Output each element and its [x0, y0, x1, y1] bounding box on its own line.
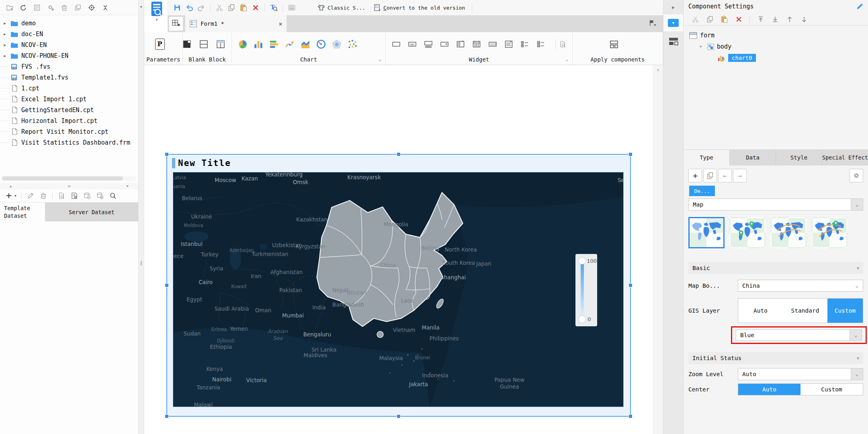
preview-widget-icon[interactable] [559, 41, 566, 48]
convert-old-version-button[interactable]: Convert to the old version [373, 4, 465, 12]
db-run-icon[interactable] [83, 192, 91, 200]
form-canvas[interactable]: ∧ New Title [144, 65, 663, 434]
chart-type-select[interactable]: Map ⌄ [688, 199, 863, 211]
splitter-up-icon[interactable]: ▲ [10, 184, 12, 188]
series-tab-default[interactable]: De... [689, 186, 715, 196]
move-bottom-icon[interactable] [771, 15, 779, 23]
expand-arrow-icon[interactable]: ▶ [0, 21, 10, 25]
tree-node-form[interactable]: form [689, 30, 862, 41]
dataset-tab-0[interactable]: Template Dataset [0, 203, 45, 221]
resize-handle-e[interactable] [629, 284, 632, 287]
image-button[interactable] [286, 2, 298, 13]
resize-handle-s[interactable] [397, 415, 400, 418]
resize-handle-nw[interactable] [165, 153, 168, 156]
tree-item[interactable]: ▶doc-EN [0, 29, 138, 39]
hbar-chart-icon[interactable] [269, 39, 279, 49]
textarea-widget-icon[interactable] [424, 39, 433, 49]
horizontal-scrollbar[interactable] [2, 176, 136, 181]
new-folder-icon[interactable] [6, 4, 13, 11]
save-button[interactable] [171, 2, 183, 13]
dataset-tab-1[interactable]: Server Dataset [45, 203, 138, 221]
section-initial-status[interactable]: Initial Status ▼ [688, 352, 863, 364]
move-right-button[interactable]: → [733, 169, 747, 182]
combocheck-widget-icon[interactable] [456, 39, 465, 49]
copy-icon[interactable] [706, 15, 714, 23]
settings-icon[interactable] [47, 4, 54, 11]
paste-button[interactable] [237, 2, 250, 13]
section-basic[interactable]: Basic ▼ [688, 262, 863, 274]
radar-chart-icon[interactable] [332, 39, 342, 49]
add-dataset-icon[interactable] [5, 192, 13, 200]
gis-custom-layer-select[interactable]: Blue ⌄ [736, 330, 862, 341]
tree-item[interactable]: Visit Statistics Dashboard.frm [0, 137, 138, 148]
flow-map-thumbnail[interactable] [770, 217, 807, 248]
format-painter-button[interactable]: T [268, 2, 280, 13]
edit-icon[interactable] [27, 192, 35, 200]
search-icon[interactable] [109, 192, 117, 200]
scatter-chart-icon[interactable] [285, 39, 295, 49]
tree-item[interactable]: 1.cpt [0, 83, 138, 94]
gis-option-custom[interactable]: Custom [827, 299, 863, 323]
tree-item[interactable]: FVS .fvs [0, 61, 138, 72]
gis-option-auto[interactable]: Auto [738, 299, 783, 323]
legend-lower-handle[interactable] [579, 316, 585, 323]
chevron-down-icon[interactable]: ▼ [14, 194, 16, 198]
add-series-button[interactable]: + [688, 169, 702, 182]
copy-button[interactable] [225, 2, 237, 13]
tree-node-chart0[interactable]: chart0 [689, 52, 862, 63]
splitter-down-icon[interactable]: ▼ [127, 184, 129, 188]
close-tab-icon[interactable]: × [278, 20, 283, 28]
tree-node-body[interactable]: ▼body [689, 41, 862, 52]
resize-handle-ne[interactable] [629, 153, 632, 156]
move-up-icon[interactable] [786, 15, 793, 23]
expand-arrow-icon[interactable]: ▶ [0, 54, 10, 58]
apply-components-icon[interactable] [609, 39, 619, 49]
resize-handle-n[interactable] [397, 153, 400, 156]
point-map-chart-icon[interactable] [347, 39, 358, 49]
move-left-button[interactable]: ← [718, 169, 732, 182]
tab-list-dropdown-icon[interactable] [649, 19, 657, 27]
undo-button[interactable] [183, 2, 195, 13]
collapse-left-panel-icon[interactable]: ◀ [140, 5, 142, 8]
blank-block-absolute-icon[interactable] [182, 39, 192, 49]
tree-item[interactable]: ▶NCOV-EN [0, 39, 138, 50]
db-stop-icon[interactable] [96, 192, 104, 200]
tree-item[interactable]: Excel Import 1.cpt [0, 94, 138, 104]
collapse-arrow-icon[interactable]: ▼ [700, 45, 704, 49]
date-widget-icon[interactable] [472, 39, 481, 49]
refresh-icon[interactable] [19, 4, 27, 11]
blank-block-title-icon[interactable] [216, 39, 225, 49]
panel-resize-divider[interactable]: ◀ ∥ [139, 0, 144, 434]
splitter-grip-icon[interactable]: = [68, 183, 70, 189]
move-down-icon[interactable] [800, 15, 808, 23]
map-boundary-select[interactable]: China ⌄ [738, 280, 863, 292]
combination-map-thumbnail[interactable] [811, 217, 848, 248]
panel-splitter[interactable]: ▲ = ▼ [0, 183, 138, 189]
tab-form1[interactable]: Form1 * × [185, 15, 287, 32]
region-map-thumbnail[interactable] [688, 217, 725, 248]
map-chart[interactable]: LatviahuaniaMoscowKazanYekaterinburgOmsk… [173, 172, 624, 407]
tree-item[interactable]: ▶NCOV-PHONE-EN [0, 50, 138, 61]
divider-grip-icon[interactable]: ∥ [140, 260, 143, 266]
redo-button[interactable] [195, 2, 207, 13]
cut-button[interactable] [213, 2, 225, 13]
tree-item[interactable]: Template1.fvs [0, 72, 138, 83]
tree-item[interactable]: ▶demo [0, 18, 138, 29]
resize-handle-sw[interactable] [165, 415, 168, 418]
chevron-down-icon[interactable]: ⌄ [565, 57, 568, 62]
tree-item[interactable]: GettingStartedEN.cpt [0, 104, 138, 115]
checkbox-widget-icon[interactable] [536, 39, 546, 49]
resize-handle-w[interactable] [165, 284, 168, 287]
new-template-button[interactable] [169, 17, 183, 31]
cut-icon[interactable] [692, 15, 699, 23]
gauge-chart-icon[interactable] [316, 39, 326, 49]
map-legend[interactable]: 100 0 [575, 254, 597, 326]
number-widget-icon[interactable]: 123 [488, 39, 497, 49]
pie-chart-icon[interactable] [237, 39, 248, 49]
duplicate-icon[interactable] [74, 4, 82, 11]
bar-chart-icon[interactable] [253, 39, 264, 49]
widget-settings-tool[interactable]: ▼ [663, 14, 683, 31]
tab-style[interactable]: Style [776, 150, 822, 166]
collapse-section-icon[interactable]: ▼ [857, 356, 859, 360]
zoom-level-select[interactable]: Auto ⌄ [738, 368, 863, 380]
